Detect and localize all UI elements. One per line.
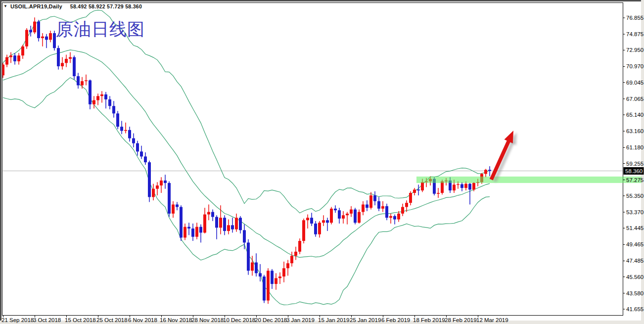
candle-wick [489,166,490,176]
candle-body [346,214,349,215]
candle-body [187,227,190,229]
candle-body [366,204,368,208]
candle-body [37,22,40,38]
time-axis-label: 15 Oct 2018 [65,317,96,323]
price-axis-label: 74.875 [626,31,644,37]
candle-body [282,268,285,277]
price-axis-label: 57.275 [626,177,644,183]
candle-body [409,193,412,203]
time-axis-label: 12 Mar 2019 [476,317,508,323]
candle-body [81,81,84,85]
breakout-arrow [491,131,513,180]
symbol-dropdown-icon[interactable]: ▼ [3,4,7,8]
candle-body [152,189,155,197]
candle-body [417,189,420,190]
candle-body [243,230,246,242]
chart-title: ▼ USOIL.APR19,Daily 58.492 58.922 57.729… [3,3,142,9]
candle-body [191,229,194,237]
candle-wick [307,214,308,228]
price-axis-label: 47.485 [626,258,644,264]
candle-wick [42,33,43,46]
candle-body [421,182,424,190]
candle-body [207,212,210,214]
candle-body [326,220,329,223]
candles-layer [1,17,491,304]
candle-wick [86,75,87,86]
price-axis-label: 49.465 [626,241,644,247]
candle-body [369,195,372,208]
candle-body [290,256,293,263]
support-zone-rect [416,177,642,183]
candle-wick [125,123,126,134]
candle-body [413,189,416,193]
candle-body [468,184,471,190]
candle-body [219,218,222,228]
candle-body [322,220,325,223]
candle-body [5,57,8,65]
candle-body [96,96,99,100]
candle-body [136,143,139,152]
candle-body [164,181,167,183]
time-axis-label: 28 Feb 2019 [445,317,477,323]
price-axis-label: 51.445 [626,225,644,231]
time-axis-label: 20 Dec 2018 [255,317,287,323]
time-axis-label: 6 Feb 2019 [381,317,410,323]
candle-body [156,185,159,189]
candle-body [298,241,301,252]
time-axis-label: 6 Nov 2018 [128,317,157,323]
candle-body [168,183,171,214]
bollinger-lower-line [3,78,490,305]
price-axis-label: 67.065 [626,96,644,102]
candle-body [65,59,68,63]
candle-body [286,263,289,268]
candle-body [484,170,487,174]
plot-border [2,3,623,316]
candle-body [140,151,143,156]
candle-body [144,156,147,162]
candle-body [112,106,115,113]
candle-body [314,224,317,234]
candle-body [247,242,250,271]
candle-body [350,209,353,213]
time-axis-label: 3 Oct 2018 [33,317,61,323]
candle-body [223,218,226,231]
candle-body [132,139,135,143]
candle-body [100,94,103,96]
candle-body [211,212,214,217]
price-axis-label: 76.855 [626,15,644,21]
candle-body [362,204,365,212]
candle-body [405,203,408,207]
candle-body [17,55,20,61]
price-axis-label: 72.950 [626,47,644,53]
candle-body [373,195,376,201]
price-axis-label: 65.140 [626,112,644,118]
candle-body [251,263,254,271]
candle-wick [10,52,11,63]
candle-body [9,55,12,57]
candle-body [263,277,266,301]
price-axis-label: 70.970 [626,63,644,69]
candle-body [377,201,380,209]
candle-body [172,204,175,213]
candle-body [401,207,404,213]
candle-body [128,130,131,139]
candle-wick [46,34,47,48]
price-axis-label: 41.655 [626,306,644,312]
candle-body [271,271,274,284]
price-chart[interactable]: 76.85574.87572.95070.97069.04567.06565.1… [0,0,644,324]
candle-body [89,80,92,104]
candle-body [338,210,341,219]
candle-body [267,271,270,300]
ohlc-quote-label: 58.492 58.922 57.729 58.360 [70,3,142,9]
candle-body [29,30,32,32]
candle-body [1,65,4,76]
price-axis-label: 43.580 [626,290,644,296]
chart-annotation-text: 原油日线图 [56,18,145,41]
candle-body [69,57,72,59]
candle-body [25,30,28,46]
candle-body [334,209,337,210]
screenshot-stage: 76.85574.87572.95070.97069.04567.06565.1… [0,0,644,324]
candle-body [116,113,119,127]
candle-wick [394,214,395,224]
candle-body [255,263,258,274]
